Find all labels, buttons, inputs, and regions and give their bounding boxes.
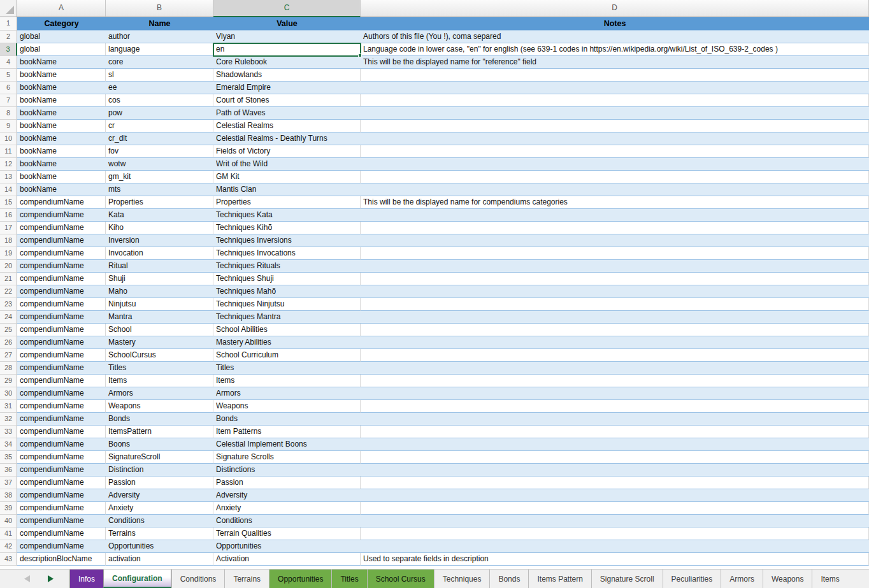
cell-C32[interactable]: Bonds — [213, 413, 361, 426]
cell-B6[interactable]: ee — [106, 82, 213, 94]
cell-B43[interactable]: activation — [106, 553, 213, 566]
row-header-11[interactable]: 11 — [0, 145, 17, 158]
cell-D37[interactable] — [361, 477, 869, 489]
cell-D38[interactable] — [361, 489, 869, 502]
cell-A42[interactable]: compendiumName — [17, 540, 106, 553]
cell-D32[interactable] — [361, 413, 869, 426]
cell-C39[interactable]: Anxiety — [213, 502, 361, 515]
cell-A36[interactable]: compendiumName — [17, 464, 106, 477]
cell-B25[interactable]: School — [106, 324, 213, 336]
cell-B41[interactable]: Terrains — [106, 527, 213, 540]
row-header-36[interactable]: 36 — [0, 464, 17, 477]
header-cell-D1[interactable]: Notes — [361, 17, 869, 31]
cell-B15[interactable]: Properties — [106, 196, 213, 209]
cell-A21[interactable]: compendiumName — [17, 273, 106, 285]
cell-D35[interactable] — [361, 451, 869, 464]
fill-handle[interactable] — [358, 54, 362, 57]
cell-C14[interactable]: Mantis Clan — [213, 183, 361, 196]
cell-D4[interactable]: This will be the displayed name for "ref… — [361, 56, 869, 69]
prev-sheet-arrow-icon[interactable] — [24, 575, 30, 582]
sheet-tab-conditions[interactable]: Conditions — [171, 570, 225, 588]
row-header-34[interactable]: 34 — [0, 438, 17, 451]
cell-A15[interactable]: compendiumName — [17, 196, 106, 209]
cell-C11[interactable]: Fields of Victory — [213, 145, 361, 158]
next-sheet-arrow-icon[interactable] — [48, 575, 54, 582]
cell-A12[interactable]: bookName — [17, 158, 106, 171]
row-header-42[interactable]: 42 — [0, 540, 17, 553]
row-header-8[interactable]: 8 — [0, 107, 17, 120]
cell-C6[interactable]: Emerald Empire — [213, 82, 361, 94]
sheet-tab-titles[interactable]: Titles — [331, 570, 366, 588]
cell-C15[interactable]: Properties — [213, 196, 361, 209]
cell-A30[interactable]: compendiumName — [17, 387, 106, 400]
sheet-tab-school-cursus[interactable]: School Cursus — [367, 570, 434, 588]
cell-A43[interactable]: descriptionBlocName — [17, 553, 106, 566]
cell-D2[interactable]: Authors of this file (You !), coma separ… — [361, 31, 869, 43]
sheet-tab-items-pattern[interactable]: Items Pattern — [528, 570, 591, 588]
cell-A19[interactable]: compendiumName — [17, 247, 106, 260]
cell-C9[interactable]: Celestial Realms — [213, 120, 361, 133]
row-header-4[interactable]: 4 — [0, 56, 17, 69]
column-header-D[interactable]: D — [361, 0, 869, 17]
cell-B30[interactable]: Armors — [106, 387, 213, 400]
row-header-40[interactable]: 40 — [0, 515, 17, 527]
cell-B13[interactable]: gm_kit — [106, 171, 213, 183]
cell-D27[interactable] — [361, 349, 869, 362]
cell-C12[interactable]: Writ of the Wild — [213, 158, 361, 171]
cell-A40[interactable]: compendiumName — [17, 515, 106, 527]
cell-D23[interactable] — [361, 298, 869, 311]
cell-A22[interactable]: compendiumName — [17, 285, 106, 298]
cell-A14[interactable]: bookName — [17, 183, 106, 196]
cell-B11[interactable]: fov — [106, 145, 213, 158]
cell-B2[interactable]: author — [106, 31, 213, 43]
cell-B17[interactable]: Kiho — [106, 222, 213, 234]
cell-D3[interactable]: Language code in lower case, "en" for en… — [361, 43, 869, 56]
cell-C30[interactable]: Armors — [213, 387, 361, 400]
row-header-2[interactable]: 2 — [0, 31, 17, 43]
row-header-12[interactable]: 12 — [0, 158, 17, 171]
cell-D19[interactable] — [361, 247, 869, 260]
cell-A37[interactable]: compendiumName — [17, 477, 106, 489]
row-header-26[interactable]: 26 — [0, 336, 17, 349]
cell-D26[interactable] — [361, 336, 869, 349]
cell-D13[interactable] — [361, 171, 869, 183]
cell-C40[interactable]: Conditions — [213, 515, 361, 527]
cell-B8[interactable]: pow — [106, 107, 213, 120]
sheet-tab-bonds[interactable]: Bonds — [489, 570, 528, 588]
row-header-25[interactable]: 25 — [0, 324, 17, 336]
cell-A17[interactable]: compendiumName — [17, 222, 106, 234]
cell-D42[interactable] — [361, 540, 869, 553]
cell-A2[interactable]: global — [17, 31, 106, 43]
cell-D8[interactable] — [361, 107, 869, 120]
cell-C26[interactable]: Mastery Abilities — [213, 336, 361, 349]
cell-A26[interactable]: compendiumName — [17, 336, 106, 349]
cell-C13[interactable]: GM Kit — [213, 171, 361, 183]
cell-B33[interactable]: ItemsPattern — [106, 426, 213, 438]
sheet-tab-configuration[interactable]: Configuration — [103, 570, 171, 588]
cell-D40[interactable] — [361, 515, 869, 527]
cell-D18[interactable] — [361, 234, 869, 247]
row-header-33[interactable]: 33 — [0, 426, 17, 438]
header-cell-C1[interactable]: Value — [213, 17, 361, 31]
cell-B19[interactable]: Invocation — [106, 247, 213, 260]
cell-A20[interactable]: compendiumName — [17, 260, 106, 273]
cell-B24[interactable]: Mantra — [106, 311, 213, 324]
row-header-10[interactable]: 10 — [0, 133, 17, 145]
cell-C10[interactable]: Celestial Realms - Deathly Turns — [213, 133, 361, 145]
cell-A33[interactable]: compendiumName — [17, 426, 106, 438]
cell-A25[interactable]: compendiumName — [17, 324, 106, 336]
cell-D25[interactable] — [361, 324, 869, 336]
cell-D24[interactable] — [361, 311, 869, 324]
row-header-24[interactable]: 24 — [0, 311, 17, 324]
cell-B34[interactable]: Boons — [106, 438, 213, 451]
cell-C22[interactable]: Techniques Mahõ — [213, 285, 361, 298]
sheet-tab-peculiarities[interactable]: Peculiarities — [663, 570, 721, 588]
cell-B12[interactable]: wotw — [106, 158, 213, 171]
cell-B32[interactable]: Bonds — [106, 413, 213, 426]
cell-D43[interactable]: Used to separate fields in description — [361, 553, 869, 566]
cell-C35[interactable]: Signature Scrolls — [213, 451, 361, 464]
cell-C27[interactable]: School Curriculum — [213, 349, 361, 362]
cell-B4[interactable]: core — [106, 56, 213, 69]
row-header-39[interactable]: 39 — [0, 502, 17, 515]
cell-B16[interactable]: Kata — [106, 209, 213, 222]
